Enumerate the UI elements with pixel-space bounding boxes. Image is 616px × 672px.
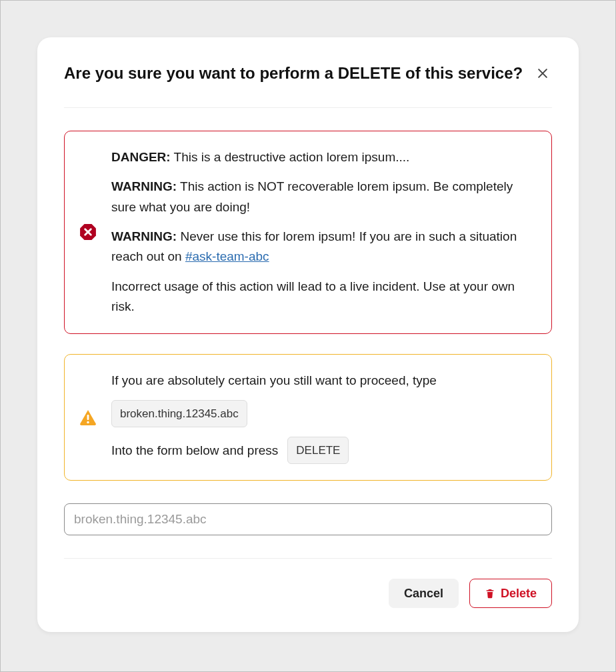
delete-keyword-chip: DELETE <box>287 437 349 464</box>
danger-label: DANGER: <box>111 150 171 164</box>
warning-line-2-text: Into the form below and press <box>111 441 278 461</box>
delete-button[interactable]: Delete <box>469 579 552 608</box>
warning-line-2: Into the form below and press DELETE <box>111 437 534 464</box>
svg-rect-1 <box>87 415 89 420</box>
danger-line-2: WARNING: This action is NOT recoverable … <box>111 177 534 217</box>
warning-value-chip-row: broken.thing.12345.abc <box>111 400 534 427</box>
warning-label: WARNING: <box>111 179 177 193</box>
delete-button-label: Delete <box>501 587 537 599</box>
modal-title: Are you sure you want to perform a DELET… <box>64 64 523 83</box>
danger-line-3: WARNING: Never use this for lorem ipsum!… <box>111 227 534 267</box>
cancel-button-label: Cancel <box>404 587 443 599</box>
danger-line-4: Incorrect usage of this action will lead… <box>111 277 534 317</box>
warning-label: WARNING: <box>111 229 177 243</box>
ask-team-link[interactable]: #ask-team-abc <box>185 249 269 263</box>
warning-line-1: If you are absolutely certain you still … <box>111 371 534 391</box>
error-icon <box>78 147 98 317</box>
warning-icon <box>78 371 98 465</box>
confirm-input[interactable] <box>64 503 552 535</box>
modal-footer: Cancel Delete <box>64 558 552 608</box>
danger-line-1: DANGER: This is a destructive action lor… <box>111 147 534 167</box>
warning-alert-body: If you are absolutely certain you still … <box>111 371 534 465</box>
confirm-value-chip: broken.thing.12345.abc <box>111 400 247 427</box>
cancel-button[interactable]: Cancel <box>389 579 459 608</box>
trash-icon <box>485 588 495 599</box>
warning-alert: If you are absolutely certain you still … <box>64 354 552 481</box>
danger-alert: DANGER: This is a destructive action lor… <box>64 131 552 334</box>
close-button[interactable] <box>533 64 552 83</box>
svg-point-2 <box>87 421 89 423</box>
danger-alert-body: DANGER: This is a destructive action lor… <box>111 147 534 317</box>
close-icon <box>536 67 549 80</box>
confirm-delete-modal: Are you sure you want to perform a DELET… <box>37 37 579 632</box>
modal-header: Are you sure you want to perform a DELET… <box>64 64 552 108</box>
